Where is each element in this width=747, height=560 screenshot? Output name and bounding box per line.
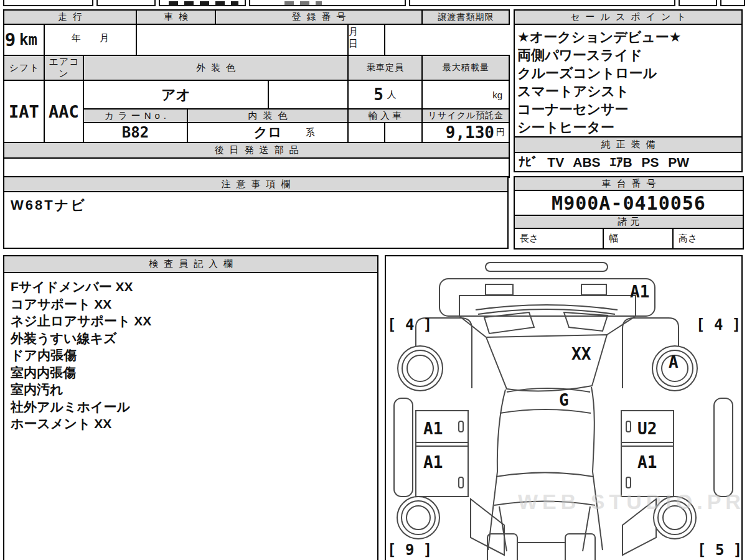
registration-number-header: 登録番号 [215,10,422,24]
max-load-value-cell: kg [422,80,509,109]
mileage-value-cell: 71,879km [4,24,44,55]
capacity-value-cell: 5人 [348,80,422,109]
grade-label-left-front-fender: [ 4 ] [387,316,432,334]
chassis-number-header: 車台番号 [514,177,743,190]
inspection-header: 車検 [136,10,215,24]
exterior-color-value-cell: アオ [83,80,268,109]
genuine-equipment-header: 純正装備 [514,137,742,152]
color-no-value: B82 [84,124,187,141]
import-cell-left [348,123,385,142]
later-shipped-parts-header: 後日発送部品 [4,142,509,158]
vehicle-info-table: 走行 車検 登録番号 譲渡書類期限 71,879km 年 月 月 日 シフト エ… [3,9,510,178]
capacity-header: 乗車定員 [348,55,422,80]
sales-points-cell: ★オークションデビュー★ 両側パワースライド クルーズコントロール スマートアシ… [514,24,742,137]
inspector-line: 社外アルミホイール [11,398,371,416]
grade-label-front-bumper: A1 [630,282,649,301]
clipped-top-cell [96,0,156,6]
transfer-deadline-header: 譲渡書類期限 [422,10,509,24]
color-no-value-cell: B82 [83,123,187,142]
capacity-value: 5 [374,85,383,104]
mileage-value: 71,879 [4,29,16,50]
interior-color-value: クロ [188,123,347,142]
length-label: 長さ [515,233,603,245]
auction-sheet: 走行 車検 登録番号 譲渡書類期限 71,879km 年 月 月 日 シフト エ… [0,0,747,560]
clipped-top-cell [720,0,745,6]
inspection-value-cell: 年 月 [44,24,136,55]
import-cell-right [385,123,422,142]
grade-label-left-rear-corner: [ 9 ] [387,541,432,559]
clipped-top-cell [249,0,406,6]
grade-label-cowl: G [559,391,569,409]
mileage-header: 走行 [4,10,136,24]
grade-label-right-front-wheel: A [669,353,679,371]
sales-point: ★オークションデビュー★ [515,28,741,46]
exterior-color-extra-cell [268,80,348,109]
interior-color-header: 内装色 [187,109,348,123]
chassis-table: 車台番号 M900A-0410056 諸元 長さ 幅 高さ [514,176,744,250]
exterior-color-header: 外装色 [83,55,348,80]
height-cell: 高さ [673,228,743,249]
recycle-deposit-value-cell: 9,130円 [422,123,509,142]
grade-label-right-rear-corner: [ 5 ] [697,541,742,559]
grade-label-right-front-fender: [ 4 ] [696,316,741,334]
sales-point: クルーズコントロール [515,64,741,82]
sales-points-header: セールスポイント [514,10,742,24]
aircon-value-cell: AAC [44,80,83,142]
recycle-deposit-unit: 円 [496,127,505,138]
specs-header: 諸元 [514,215,743,228]
transfer-deadline-cell: 月 日 [348,24,385,55]
aircon-value: AAC [45,102,83,121]
color-no-header: カラーNo. [83,109,187,123]
inspector-line: Fサイドメンバー XX [11,278,371,296]
capacity-unit: 人 [387,89,397,101]
clipped-top-cell [3,0,93,6]
interior-color-value-cell: クロ 系 [187,123,348,142]
inspector-header: 検査員記入欄 [4,256,378,273]
grade-label-right-rear-door: A1 [637,453,657,472]
width-cell: 幅 [603,228,673,249]
shift-value-cell: IAT [4,80,44,142]
shift-header: シフト [4,55,44,80]
inspector-line: コアサポート XX [11,296,371,313]
exterior-color-value: アオ [84,85,268,105]
shift-value: IAT [4,102,44,121]
sales-point: スマートアシスト [515,82,741,100]
inspector-notes-cell: Fサイドメンバー XX コアサポート XX ネジ止ロアサポート XX 外装うすい… [4,273,378,560]
clipped-text-fragment [169,1,238,6]
damage-diagram: A1 [ 4 ] [ 4 ] XX A G A1 U2 A1 A1 [ 9 ] … [385,255,743,560]
sales-point: シートヒーター [515,118,741,136]
inspector-line: ネジ止ロアサポート XX [11,312,371,330]
sales-points-table: セールスポイント ★オークションデビュー★ 両側パワースライド クルーズコントロ… [514,9,743,172]
inspection-placeholder: 年 月 [45,32,136,48]
inspector-line: ドア内張傷 [11,347,371,364]
notes-content: W68Tナビ [4,192,507,218]
sales-point: コーナーセンサー [515,100,741,118]
notes-cell: W68Tナビ [4,192,508,248]
grade-label-right-front-door: U2 [637,419,657,438]
notes-header: 注意事項欄 [4,177,508,192]
notes-table: 注意事項欄 W68Tナビ [3,176,509,249]
clipped-top-cell [409,0,675,6]
inspector-line: 室内汚れ [11,381,371,398]
mileage-unit: km [19,31,37,49]
width-label: 幅 [604,233,672,245]
interior-color-suffix: 系 [306,127,315,139]
inspector-line: 室内内張傷 [11,364,371,381]
watermark: WEB STUDIO.PRO [518,490,743,514]
sales-point: 両側パワースライド [515,46,741,64]
inspector-line: 外装うすい線キズ [11,330,371,347]
chassis-number-value: M900A-0410056 [515,192,743,214]
grade-label-left-front-door: A1 [423,419,443,438]
clipped-text-fragment [284,1,322,6]
max-load-header: 最大積載量 [422,55,509,80]
genuine-equipment-cell: ﾅﾋﾞ TV ABS ｴｱB PS PW [514,152,742,172]
clipped-top-cell [159,0,246,6]
clipped-top-cell [679,0,717,6]
inspector-line: ホースメント XX [11,415,371,432]
recycle-deposit-value: 9,130 [446,123,494,142]
max-load-unit: kg [423,90,509,100]
later-shipped-parts-cell [4,158,509,177]
grade-label-windshield: XX [571,345,591,363]
genuine-equipment-list: ﾅﾋﾞ TV ABS ｴｱB PS PW [515,155,741,170]
chassis-number-cell: M900A-0410056 [514,190,743,215]
